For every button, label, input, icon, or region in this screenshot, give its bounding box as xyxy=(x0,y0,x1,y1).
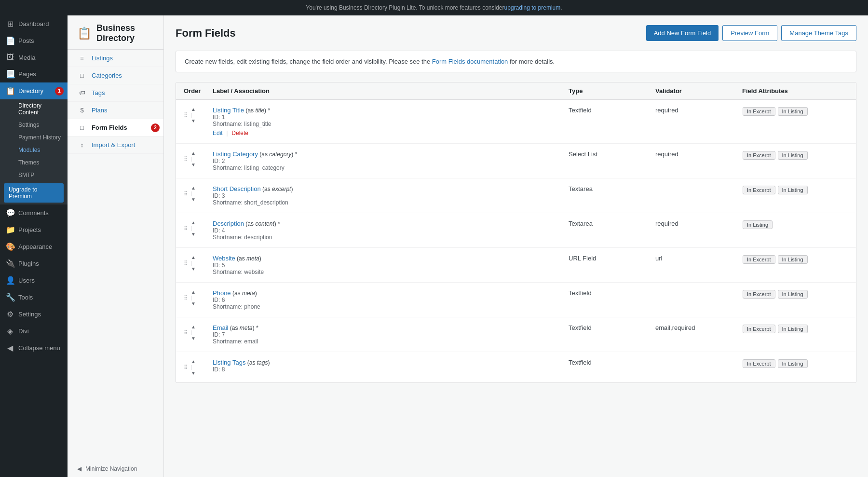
order-pipe: | xyxy=(191,295,196,300)
submenu-directory-content[interactable]: Directory Content xyxy=(0,99,68,119)
field-id: ID: 3 xyxy=(213,192,569,199)
drag-handle[interactable]: ⠿ xyxy=(184,364,188,371)
attrs-cell: In Listing xyxy=(742,220,848,230)
sidebar-item-settings[interactable]: ⚙ Settings xyxy=(0,306,68,323)
order-cell: ⠿ ▲ | ▼ xyxy=(184,255,213,272)
dir-nav-listings[interactable]: ≡ Listings xyxy=(68,50,163,67)
order-up-btn[interactable]: ▲ xyxy=(191,255,196,260)
drag-handle[interactable]: ⠿ xyxy=(184,112,188,119)
attr-badge[interactable]: In Listing xyxy=(778,290,808,299)
field-name-link[interactable]: Short Description xyxy=(213,185,261,192)
attr-badge[interactable]: In Excerpt xyxy=(743,151,775,160)
sidebar-item-appearance[interactable]: 🎨 Appearance xyxy=(0,238,68,255)
validator-cell: required xyxy=(655,150,742,158)
dir-nav-categories[interactable]: □ Categories xyxy=(68,67,163,84)
drag-handle[interactable]: ⠿ xyxy=(184,225,188,232)
field-association: (as meta) xyxy=(235,255,261,262)
label-cell: Phone (as meta) ID: 6 Shortname: phone xyxy=(213,289,569,310)
drag-handle[interactable]: ⠿ xyxy=(184,260,188,267)
order-up-btn[interactable]: ▲ xyxy=(191,107,196,112)
dashboard-icon: ⊞ xyxy=(6,19,14,28)
attr-badge[interactable]: In Listing xyxy=(743,220,773,229)
order-pipe: | xyxy=(191,112,196,118)
attr-badge[interactable]: In Listing xyxy=(778,255,808,264)
attr-badge[interactable]: In Listing xyxy=(778,325,808,333)
submenu-themes[interactable]: Themes xyxy=(0,156,68,169)
field-name-link[interactable]: Website xyxy=(213,255,235,262)
delete-link[interactable]: Delete xyxy=(231,130,248,136)
order-down-btn[interactable]: ▼ xyxy=(191,301,196,306)
order-up-btn[interactable]: ▲ xyxy=(191,150,196,156)
comments-icon: 💬 xyxy=(6,208,14,218)
order-down-btn[interactable]: ▼ xyxy=(191,162,196,167)
sidebar-item-users[interactable]: 👤 Users xyxy=(0,272,68,289)
submenu-smtp[interactable]: SMTP xyxy=(0,169,68,181)
order-up-btn[interactable]: ▲ xyxy=(191,220,196,225)
order-down-btn[interactable]: ▼ xyxy=(191,232,196,237)
sidebar-item-divi[interactable]: ◈ Divi xyxy=(0,323,68,340)
order-cell: ⠿ ▲ | ▼ xyxy=(184,220,213,237)
order-down-btn[interactable]: ▼ xyxy=(191,266,196,272)
col-header-order: Order xyxy=(184,87,213,95)
minimize-nav[interactable]: ◀ Minimize Navigation xyxy=(68,461,163,477)
sidebar-item-media[interactable]: 🖼 Media xyxy=(0,49,68,66)
manage-theme-tags-button[interactable]: Manage Theme Tags xyxy=(781,25,856,41)
sidebar-item-projects[interactable]: 📁 Projects xyxy=(0,221,68,238)
order-down-btn[interactable]: ▼ xyxy=(191,336,196,341)
submenu-settings[interactable]: Settings xyxy=(0,119,68,131)
drag-handle[interactable]: ⠿ xyxy=(184,191,188,197)
edit-link[interactable]: Edit xyxy=(213,130,223,136)
attr-badge[interactable]: In Listing xyxy=(778,186,808,194)
sidebar-item-tools[interactable]: 🔧 Tools xyxy=(0,289,68,306)
field-name-link[interactable]: Listing Tags xyxy=(213,359,245,366)
order-down-btn[interactable]: ▼ xyxy=(191,197,196,202)
sidebar-item-pages[interactable]: 📃 Pages xyxy=(0,66,68,82)
actions-separator: | xyxy=(225,129,230,136)
submenu-payment-history[interactable]: Payment History xyxy=(0,131,68,144)
attr-badge[interactable]: In Excerpt xyxy=(743,186,775,194)
sidebar-item-dashboard[interactable]: ⊞ Dashboard xyxy=(0,15,68,32)
dir-nav-tags[interactable]: 🏷 Tags xyxy=(68,84,163,102)
sidebar-item-posts[interactable]: 📄 Posts xyxy=(0,32,68,49)
attr-badge[interactable]: In Listing xyxy=(778,107,808,116)
field-name-link[interactable]: Phone xyxy=(213,289,231,297)
dir-nav-import-export[interactable]: ↕ Import & Export xyxy=(68,136,163,154)
field-name-link[interactable]: Email xyxy=(213,324,229,331)
sidebar-item-label: Settings xyxy=(18,311,41,318)
order-up-btn[interactable]: ▲ xyxy=(191,289,196,295)
dir-nav-plans[interactable]: $ Plans xyxy=(68,102,163,119)
attr-badge[interactable]: In Listing xyxy=(778,359,808,368)
order-up-btn[interactable]: ▲ xyxy=(191,359,196,364)
attr-badge[interactable]: In Excerpt xyxy=(743,359,775,368)
drag-handle[interactable]: ⠿ xyxy=(184,329,188,336)
form-fields-doc-link[interactable]: Form Fields documentation xyxy=(432,58,508,65)
sidebar-item-comments[interactable]: 💬 Comments xyxy=(0,204,68,221)
sidebar-item-collapse[interactable]: ◀ Collapse menu xyxy=(0,340,68,356)
add-new-form-field-button[interactable]: Add New Form Field xyxy=(646,25,719,41)
directory-icon: 📋 xyxy=(6,86,14,95)
field-name-link[interactable]: Listing Category xyxy=(213,150,258,158)
table-row: ⠿ ▲ | ▼ Listing Category (as category) *… xyxy=(176,144,856,178)
sidebar-item-label: Directory xyxy=(18,87,43,95)
attr-badge[interactable]: In Excerpt xyxy=(743,290,775,299)
dir-nav-form-fields[interactable]: □ Form Fields 2 xyxy=(68,119,163,136)
preview-form-button[interactable]: Preview Form xyxy=(722,25,777,41)
drag-handle[interactable]: ⠿ xyxy=(184,295,188,301)
submenu-upgrade[interactable]: Upgrade to Premium xyxy=(4,183,64,203)
upgrade-link[interactable]: upgrading to premium xyxy=(504,4,561,11)
attr-badge[interactable]: In Excerpt xyxy=(743,255,775,264)
attr-badge[interactable]: In Excerpt xyxy=(743,107,775,116)
order-up-btn[interactable]: ▲ xyxy=(191,185,196,191)
drag-handle[interactable]: ⠿ xyxy=(184,156,188,163)
order-up-btn[interactable]: ▲ xyxy=(191,324,196,329)
field-name-link[interactable]: Description xyxy=(213,220,244,227)
order-down-btn[interactable]: ▼ xyxy=(191,118,196,123)
order-down-btn[interactable]: ▼ xyxy=(191,370,196,376)
sidebar-item-directory[interactable]: 📋 Directory 1 xyxy=(0,82,68,99)
attr-badge[interactable]: In Excerpt xyxy=(743,325,775,333)
sidebar-item-plugins[interactable]: 🔌 Plugins xyxy=(0,255,68,272)
submenu-modules[interactable]: Modules xyxy=(0,144,68,156)
field-shortname: Shortname: listing_category xyxy=(213,164,569,171)
attr-badge[interactable]: In Listing xyxy=(778,151,808,160)
field-name-link[interactable]: Listing Title xyxy=(213,107,244,114)
